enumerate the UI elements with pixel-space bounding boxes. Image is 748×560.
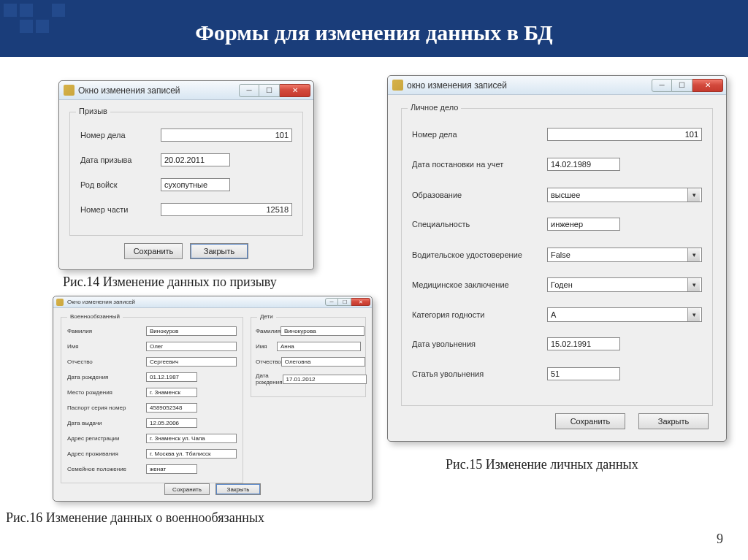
- dismiss-art-input[interactable]: [547, 367, 620, 380]
- child-name-label: Имя: [256, 343, 277, 350]
- child-patr-input[interactable]: [281, 357, 365, 367]
- save-button[interactable]: Сохранить: [555, 413, 625, 429]
- dismiss-art-label: Статья увольнения: [412, 369, 547, 378]
- issue-input[interactable]: [146, 418, 197, 428]
- page-number: 9: [717, 532, 723, 547]
- issue-label: Дата выдачи: [67, 420, 146, 426]
- reg-date-label: Дата постановки на учет: [412, 160, 547, 169]
- patr-input[interactable]: [146, 357, 237, 367]
- titlebar[interactable]: Окно изменения записей ─ ☐ ✕: [53, 296, 372, 308]
- group-legend: Призыв: [76, 107, 110, 115]
- child-surname-input[interactable]: [280, 326, 365, 336]
- dob-label: Дата рождения: [67, 374, 146, 380]
- surname-label: Фамилия: [67, 328, 146, 334]
- titlebar[interactable]: окно изменения записей ─ ☐ ✕: [388, 76, 726, 95]
- family-label: Семейное положение: [67, 466, 146, 472]
- maximize-button[interactable]: ☐: [259, 84, 280, 97]
- minimize-button[interactable]: ─: [325, 298, 338, 306]
- branch-label: Род войск: [80, 180, 161, 189]
- close-form-button[interactable]: Закрыть: [638, 413, 709, 429]
- window-title: Окно изменения записей: [67, 299, 321, 305]
- window-soldier: Окно изменения записей ─ ☐ ✕ Военнообяза…: [53, 296, 373, 502]
- group-legend: Личное дело: [408, 103, 461, 112]
- slide-title: Формы для изменения данных в БД: [0, 20, 748, 45]
- close-button[interactable]: ✕: [351, 298, 370, 306]
- group-legend-left: Военнообязанный: [67, 313, 123, 320]
- close-form-button[interactable]: Закрыть: [190, 243, 248, 259]
- close-button[interactable]: ✕: [280, 84, 310, 97]
- cat-label: Категория годности: [412, 310, 547, 319]
- case-no-input[interactable]: [161, 129, 292, 142]
- pob-label: Место рождения: [67, 389, 146, 396]
- window-personal: окно изменения записей ─ ☐ ✕ Личное дело…: [387, 75, 727, 442]
- unit-input[interactable]: [161, 203, 292, 216]
- surname-input[interactable]: [146, 326, 237, 336]
- passport-input[interactable]: [146, 403, 197, 413]
- branch-input[interactable]: [161, 178, 230, 191]
- draft-date-input[interactable]: [161, 153, 230, 166]
- child-patr-label: Отчество: [256, 358, 281, 365]
- spec-input[interactable]: [547, 218, 620, 231]
- child-dob-input[interactable]: [283, 375, 367, 384]
- spec-label: Специальность: [412, 220, 547, 229]
- group-legend-right: Дети: [257, 313, 276, 320]
- reg-addr-input[interactable]: [146, 434, 237, 443]
- pob-input[interactable]: [146, 388, 197, 397]
- close-form-button[interactable]: Закрыть: [215, 483, 261, 495]
- case-no-label: Номер дела: [412, 130, 547, 139]
- live-addr-input[interactable]: [146, 449, 237, 459]
- dismiss-date-input[interactable]: [547, 337, 620, 350]
- save-button[interactable]: Сохранить: [164, 483, 210, 495]
- delphi-icon: [392, 80, 403, 91]
- child-name-input[interactable]: [277, 342, 361, 351]
- dismiss-date-label: Дата увольнения: [412, 340, 547, 348]
- maximize-button[interactable]: ☐: [338, 298, 351, 306]
- reg-addr-label: Адрес регистрации: [67, 435, 146, 442]
- maximize-button[interactable]: ☐: [672, 79, 692, 92]
- name-label: Имя: [67, 343, 146, 350]
- child-dob-label: Дата рождения: [256, 372, 283, 386]
- edu-label: Образование: [412, 191, 547, 199]
- minimize-button[interactable]: ─: [239, 84, 259, 97]
- window-title: окно изменения записей: [407, 80, 648, 91]
- draft-date-label: Дата призыва: [80, 156, 161, 164]
- fig16-caption: Рис.16 Изменение данных о военнообязанны…: [6, 510, 264, 526]
- live-addr-label: Адрес проживания: [67, 450, 146, 457]
- reg-date-input[interactable]: [547, 158, 620, 171]
- dob-input[interactable]: [146, 372, 197, 382]
- fig14-caption: Рис.14 Изменение данных по призыву: [63, 275, 277, 290]
- driver-select[interactable]: False: [547, 248, 702, 262]
- med-select[interactable]: Годен: [547, 277, 702, 292]
- child-surname-label: Фамилия: [256, 328, 280, 334]
- patr-label: Отчество: [67, 358, 146, 365]
- close-button[interactable]: ✕: [692, 79, 723, 92]
- save-button[interactable]: Сохранить: [124, 243, 183, 259]
- delphi-icon: [64, 85, 75, 96]
- case-no-label: Номер дела: [80, 131, 161, 139]
- window-title: Окно изменения записей: [78, 85, 235, 96]
- fig15-caption: Рис.15 Изменение личных данных: [446, 457, 638, 472]
- med-label: Медицинское заключение: [412, 280, 547, 289]
- unit-label: Номер части: [80, 205, 161, 214]
- name-input[interactable]: [146, 342, 237, 351]
- driver-label: Водительское удостоверение: [412, 250, 547, 259]
- minimize-button[interactable]: ─: [652, 79, 672, 92]
- cat-select[interactable]: А: [547, 307, 702, 322]
- window-draft: Окно изменения записей ─ ☐ ✕ Призыв Номе…: [58, 80, 314, 270]
- titlebar[interactable]: Окно изменения записей ─ ☐ ✕: [59, 81, 313, 100]
- passport-label: Паспорт серия номер: [67, 404, 146, 411]
- case-no-input[interactable]: [547, 128, 702, 141]
- edu-select[interactable]: высшее: [547, 188, 702, 202]
- delphi-icon: [56, 299, 64, 306]
- family-input[interactable]: [146, 464, 197, 474]
